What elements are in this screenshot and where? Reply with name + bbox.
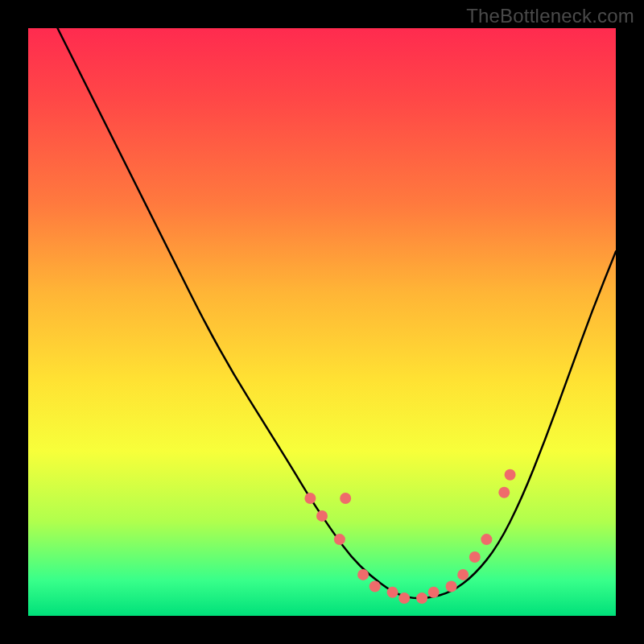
- highlight-dot: [446, 581, 457, 592]
- highlight-dot: [428, 587, 440, 598]
- highlight-dot: [369, 581, 381, 592]
- chart-frame: TheBottleneck.com: [0, 0, 644, 644]
- plot-area: [28, 28, 616, 616]
- highlight-dot: [457, 569, 469, 580]
- highlight-dot: [340, 493, 351, 504]
- highlight-dot: [398, 592, 410, 604]
- highlight-dot: [498, 487, 510, 498]
- highlight-dot: [469, 551, 481, 563]
- highlight-dot: [357, 569, 369, 580]
- chart-svg: [28, 28, 616, 616]
- highlight-dot: [387, 587, 398, 598]
- highlight-dots: [304, 469, 515, 604]
- highlight-dot: [481, 534, 492, 545]
- watermark-text: TheBottleneck.com: [466, 5, 634, 27]
- highlight-dot: [316, 510, 328, 522]
- highlight-dot: [416, 592, 427, 604]
- highlight-dot: [304, 493, 316, 504]
- highlight-dot: [505, 469, 516, 481]
- bottleneck-curve: [58, 28, 617, 598]
- highlight-dot: [334, 534, 345, 545]
